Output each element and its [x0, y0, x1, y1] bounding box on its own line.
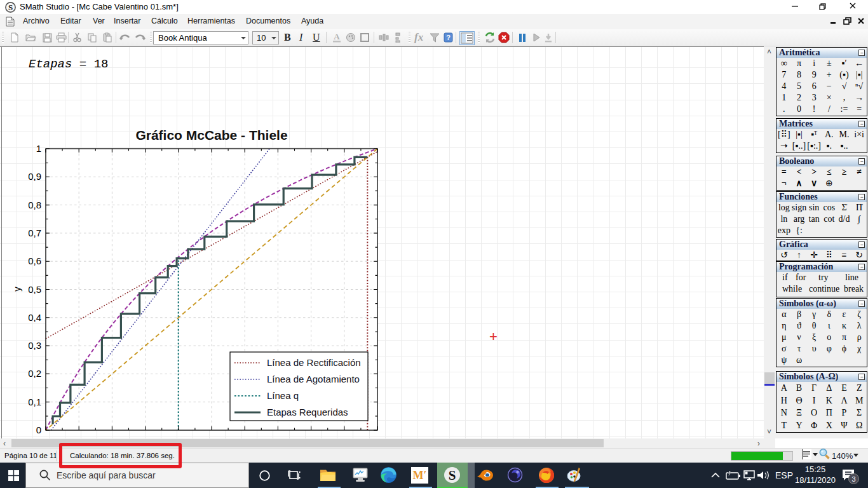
- svg-text:?: ?: [446, 34, 451, 41]
- svg-text:0,8: 0,8: [28, 200, 41, 210]
- svg-text:0,5: 0,5: [28, 284, 41, 295]
- svg-text:0: 0: [36, 424, 41, 435]
- svg-text:Línea de Rectificación: Línea de Rectificación: [267, 357, 361, 368]
- svg-text:S: S: [8, 3, 13, 12]
- svg-text:A: A: [334, 32, 340, 41]
- svg-text:0,2: 0,2: [28, 368, 41, 379]
- svg-text:0,6: 0,6: [28, 255, 41, 266]
- svg-text:Línea q: Línea q: [267, 390, 299, 401]
- svg-text:0,1: 0,1: [28, 396, 41, 407]
- svg-text:0,7: 0,7: [28, 227, 41, 238]
- svg-text:1: 1: [36, 143, 41, 154]
- svg-text:0,4: 0,4: [28, 312, 41, 323]
- svg-text:Línea de Agotamiento: Línea de Agotamiento: [267, 374, 360, 384]
- svg-text:0,3: 0,3: [28, 340, 41, 351]
- svg-text:S: S: [449, 468, 456, 483]
- svg-text:Gráfico McCabe - Thiele: Gráfico McCabe - Thiele: [135, 128, 287, 142]
- svg-text:0,9: 0,9: [28, 171, 41, 182]
- svg-text:y: y: [11, 287, 22, 292]
- svg-text:Etapas Requeridas: Etapas Requeridas: [267, 407, 348, 417]
